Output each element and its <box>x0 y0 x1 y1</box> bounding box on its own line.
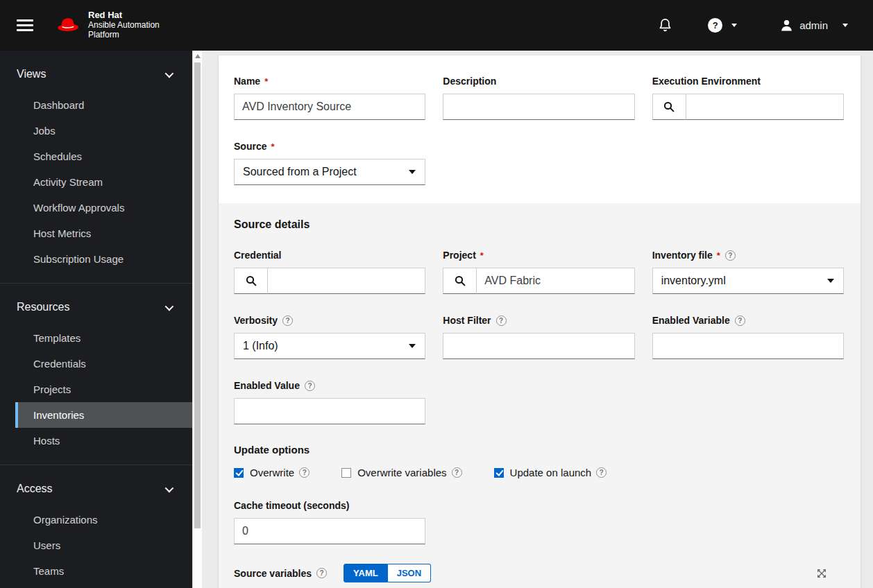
help-icon[interactable]: ? <box>725 250 736 261</box>
overwrite-checkbox[interactable] <box>234 468 244 478</box>
sidebar-item-dashboard[interactable]: Dashboard <box>15 92 192 118</box>
name-label: Name <box>234 76 260 87</box>
nav-group-views-label: Views <box>17 68 46 80</box>
source-variables-label: Source variables <box>234 568 312 579</box>
notifications-bell-button[interactable] <box>659 18 672 33</box>
sidebar-item-inventories[interactable]: Inventories <box>15 402 192 428</box>
nav-group-resources-label: Resources <box>17 301 69 313</box>
sidebar-item-label: Projects <box>33 383 71 395</box>
name-field-group: Name * <box>234 75 425 120</box>
source-select[interactable]: Sourced from a Project <box>234 159 425 185</box>
nav-items-resources: Templates Credentials Projects Inventori… <box>0 325 192 453</box>
verbosity-label: Verbosity <box>234 315 278 326</box>
sidebar-item-label: Workflow Approvals <box>33 202 124 214</box>
host-filter-input[interactable] <box>443 333 634 359</box>
sidebar-item-subscription-usage[interactable]: Subscription Usage <box>15 246 192 272</box>
sidebar-item-projects[interactable]: Projects <box>15 377 192 402</box>
editor-expand-button[interactable] <box>816 568 827 579</box>
name-input[interactable] <box>234 94 425 120</box>
overwrite-variables-checkbox-group: Overwrite variables ? <box>341 467 461 478</box>
source-label: Source <box>234 141 266 152</box>
search-icon <box>246 275 257 286</box>
brand-text: Red Hat Ansible Automation Platform <box>88 10 160 40</box>
help-menu-button[interactable]: ? <box>708 18 737 33</box>
sidebar-item-label: Teams <box>33 565 64 577</box>
sidebar-item-label: Activity Stream <box>33 176 103 188</box>
cache-timeout-input[interactable] <box>234 518 425 544</box>
execution-environment-input[interactable] <box>686 94 844 120</box>
project-search-button[interactable] <box>443 268 477 294</box>
help-icon[interactable]: ? <box>316 568 327 578</box>
enabled-variable-label: Enabled Variable <box>652 315 730 326</box>
enabled-variable-field-group: Enabled Variable ? <box>652 314 844 359</box>
sidebar-item-schedules[interactable]: Schedules <box>15 144 192 169</box>
sidebar-scrollbar[interactable] <box>192 51 202 588</box>
help-icon[interactable]: ? <box>452 467 462 478</box>
sidebar-item-activity-stream[interactable]: Activity Stream <box>15 169 192 195</box>
enabled-value-input[interactable] <box>234 398 425 424</box>
sidebar-item-credentials[interactable]: Credentials <box>15 351 192 377</box>
sidebar-item-label: Organizations <box>33 514 98 526</box>
brand: Red Hat Ansible Automation Platform <box>54 10 160 40</box>
help-icon[interactable]: ? <box>299 467 310 478</box>
source-variables-group: Source variables ? YAML JSON <box>234 564 844 582</box>
nav-group-views: Views Dashboard Jobs Schedules Activity … <box>0 62 192 283</box>
sidebar-item-label: Inventories <box>33 409 84 421</box>
sidebar-item-users[interactable]: Users <box>15 533 192 558</box>
help-icon[interactable]: ? <box>305 381 315 391</box>
sidebar-item-label: Dashboard <box>33 99 84 111</box>
sidebar-item-host-metrics[interactable]: Host Metrics <box>15 220 192 246</box>
nav-group-resources-header[interactable]: Resources <box>0 295 192 320</box>
nav-group-views-header[interactable]: Views <box>0 62 192 87</box>
enabled-value-label: Enabled Value <box>234 380 300 391</box>
sidebar-item-label: Templates <box>33 332 80 344</box>
sidebar-item-templates[interactable]: Templates <box>15 325 192 351</box>
credential-input[interactable] <box>268 268 425 294</box>
search-icon <box>455 275 466 286</box>
yaml-toggle-button[interactable]: YAML <box>344 564 388 582</box>
required-asterisk: * <box>480 250 484 261</box>
inventory-file-select[interactable]: inventory.yml <box>652 268 844 294</box>
user-menu-button[interactable]: admin <box>780 19 848 32</box>
menu-toggle-button[interactable] <box>17 19 33 31</box>
sidebar-item-label: Jobs <box>33 125 56 137</box>
update-on-launch-checkbox[interactable] <box>494 468 504 478</box>
execution-environment-search-button[interactable] <box>652 94 686 120</box>
sidebar-item-hosts[interactable]: Hosts <box>15 428 192 453</box>
description-input[interactable] <box>443 94 634 120</box>
help-icon[interactable]: ? <box>282 315 293 326</box>
sidebar-item-jobs[interactable]: Jobs <box>15 118 192 144</box>
sidebar-item-teams[interactable]: Teams <box>15 558 192 584</box>
sidebar-item-label: Credentials <box>33 358 86 370</box>
help-icon[interactable]: ? <box>596 467 607 478</box>
overwrite-variables-checkbox[interactable] <box>341 468 351 478</box>
sidebar-item-workflow-approvals[interactable]: Workflow Approvals <box>15 195 192 220</box>
expand-arrows-icon <box>816 568 827 579</box>
sidebar-item-label: Users <box>33 539 60 551</box>
overwrite-label: Overwrite <box>250 467 294 478</box>
nav-group-access: Access Organizations Users Teams <box>0 465 192 588</box>
caret-down-icon <box>409 170 416 174</box>
help-icon[interactable]: ? <box>496 315 507 326</box>
caret-down-icon <box>409 344 416 348</box>
credential-search-button[interactable] <box>234 268 268 294</box>
sidebar-item-organizations[interactable]: Organizations <box>15 507 192 533</box>
json-toggle-button[interactable]: JSON <box>388 564 431 582</box>
chevron-down-icon <box>731 24 737 27</box>
source-variables-format-toggle: YAML JSON <box>344 564 431 582</box>
project-input[interactable] <box>477 268 634 294</box>
scroll-up-arrow-icon[interactable] <box>195 54 201 58</box>
required-asterisk: * <box>264 76 268 87</box>
sidebar-item-label: Hosts <box>33 435 60 447</box>
enabled-variable-input[interactable] <box>652 333 844 359</box>
user-icon <box>780 19 793 32</box>
user-name-label: admin <box>799 19 828 31</box>
app-root: Red Hat Ansible Automation Platform ? <box>0 0 873 588</box>
credential-field-group: Credential <box>234 249 425 294</box>
verbosity-select[interactable]: 1 (Info) <box>234 333 425 359</box>
scrollbar-thumb[interactable] <box>194 62 201 528</box>
project-field-group: Project * <box>443 249 634 294</box>
execution-environment-field-group: Execution Environment <box>652 75 844 120</box>
help-icon[interactable]: ? <box>735 315 745 326</box>
nav-group-access-header[interactable]: Access <box>0 476 192 501</box>
